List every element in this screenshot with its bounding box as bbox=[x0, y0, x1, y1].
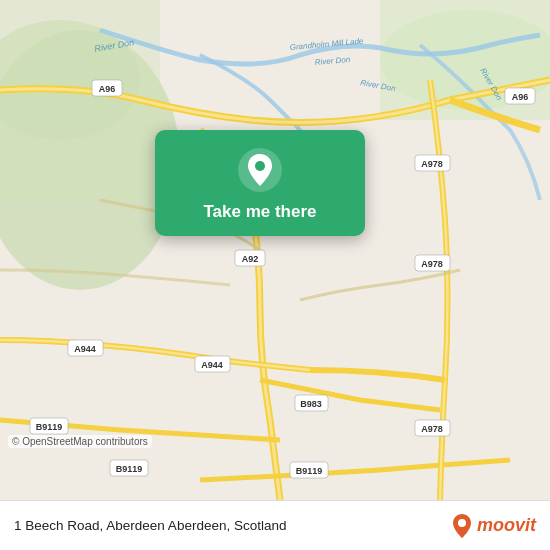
popup-card[interactable]: Take me there bbox=[155, 130, 365, 236]
map-background: A96 A92 A944 A944 B9119 B9119 B9119 A978… bbox=[0, 0, 550, 500]
map-area: A96 A92 A944 A944 B9119 B9119 B9119 A978… bbox=[0, 0, 550, 500]
svg-text:A92: A92 bbox=[242, 254, 259, 264]
svg-point-36 bbox=[255, 161, 265, 171]
bottom-bar: 1 Beech Road, Aberdeen Aberdeen, Scotlan… bbox=[0, 500, 550, 550]
svg-text:A978: A978 bbox=[421, 424, 443, 434]
svg-text:A978: A978 bbox=[421, 159, 443, 169]
moovit-wordmark: moovit bbox=[477, 515, 536, 536]
svg-text:A944: A944 bbox=[74, 344, 96, 354]
moovit-logo: moovit bbox=[451, 513, 536, 539]
location-pin-icon bbox=[238, 148, 282, 192]
svg-text:A96: A96 bbox=[512, 92, 529, 102]
svg-text:A978: A978 bbox=[421, 259, 443, 269]
svg-text:A96: A96 bbox=[99, 84, 116, 94]
svg-text:B983: B983 bbox=[300, 399, 322, 409]
map-attribution: © OpenStreetMap contributors bbox=[8, 435, 152, 448]
attribution-text: © OpenStreetMap contributors bbox=[12, 436, 148, 447]
svg-point-37 bbox=[458, 519, 466, 527]
svg-text:B9119: B9119 bbox=[36, 422, 63, 432]
svg-text:B9119: B9119 bbox=[116, 464, 143, 474]
address-label: 1 Beech Road, Aberdeen Aberdeen, Scotlan… bbox=[14, 518, 451, 533]
moovit-pin-icon bbox=[451, 513, 473, 539]
svg-text:A944: A944 bbox=[201, 360, 223, 370]
popup-label: Take me there bbox=[203, 202, 316, 222]
svg-text:B9119: B9119 bbox=[296, 466, 323, 476]
